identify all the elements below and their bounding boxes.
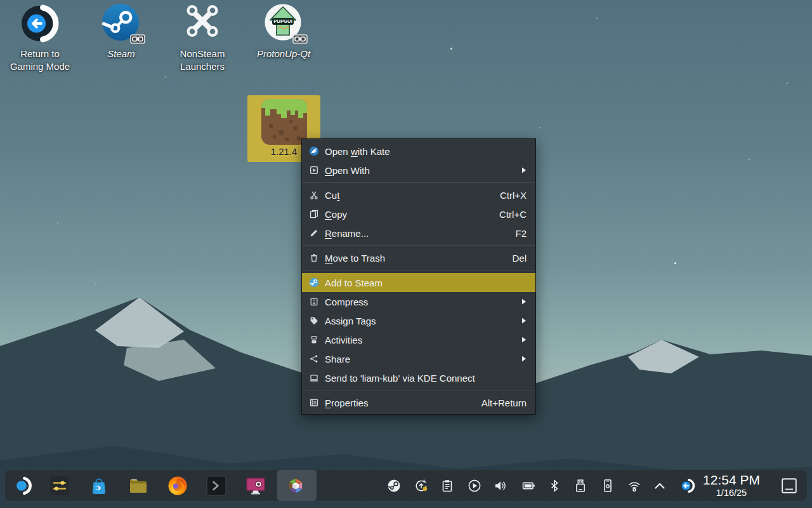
- menu-item-properties[interactable]: PropertiesAlt+Return: [302, 393, 535, 412]
- menu-item-label: Copy: [325, 209, 490, 220]
- desktop-icon-label: ProtonUp-Qt: [257, 48, 310, 60]
- menu-item-open-with[interactable]: Open With: [302, 161, 535, 180]
- battery-tray-icon[interactable]: [521, 479, 535, 493]
- menu-item-label: Send to 'liam-kub' via KDE Connect: [325, 373, 527, 384]
- menu-item-label: Assign Tags: [325, 316, 515, 326]
- submenu-arrow-icon: [521, 167, 527, 173]
- star-dot: [749, 159, 750, 160]
- desktop-icon-return-to-gaming-mode[interactable]: Return to Gaming Mode: [3, 3, 77, 72]
- taskbar-icon-spectacle[interactable]: [245, 475, 266, 497]
- menu-item-shortcut: Ctrl+X: [500, 190, 527, 201]
- media-tray-icon[interactable]: [468, 479, 481, 493]
- scissors-icon: [309, 190, 319, 200]
- menu-item-label: Open With: [325, 165, 515, 176]
- menu-separator: [302, 387, 535, 393]
- share-icon: [309, 354, 319, 364]
- submenu-arrow-icon: [521, 337, 527, 343]
- activities-icon: [309, 335, 319, 345]
- update-tray-icon[interactable]: [414, 479, 428, 493]
- properties-icon: [309, 398, 319, 408]
- submenu-arrow-icon: [521, 298, 527, 305]
- star-dot: [539, 127, 540, 128]
- gaming-tray-icon[interactable]: [679, 477, 697, 495]
- usb-tray-icon[interactable]: [573, 479, 587, 493]
- menu-item-send-to-liam-kub-via-kde-connect[interactable]: Send to 'liam-kub' via KDE Connect: [302, 368, 535, 387]
- menu-item-label: Activities: [325, 335, 515, 345]
- kate-icon: [309, 146, 319, 156]
- gaming-mode-icon: [20, 3, 60, 43]
- menu-item-share[interactable]: Share: [302, 349, 535, 368]
- menu-item-label: Add to Steam: [325, 277, 527, 288]
- submenu-arrow-icon: [521, 356, 527, 362]
- menu-item-shortcut: Alt+Return: [481, 398, 527, 408]
- drone-icon: [182, 3, 223, 43]
- chevron-up-icon[interactable]: [653, 479, 667, 493]
- menu-item-shortcut: F2: [515, 228, 527, 239]
- desktop-icon-protonup-qt[interactable]: PUPGUIProtonUp-Qt: [246, 3, 321, 60]
- desktop-icon-label: Return to Gaming Mode: [3, 48, 77, 72]
- star-dot: [95, 283, 96, 284]
- menu-item-activities[interactable]: Activities: [302, 330, 535, 349]
- taskbar-icon-system-settings[interactable]: [49, 475, 70, 497]
- copy-icon: [309, 209, 319, 219]
- menu-item-label: Rename...: [325, 228, 506, 239]
- menu-separator: [302, 243, 535, 248]
- taskbar-icon-firefox[interactable]: [167, 475, 188, 497]
- desktop-icon-steam[interactable]: Steam: [84, 3, 159, 60]
- clipboard-tray-icon[interactable]: [440, 479, 454, 493]
- menu-item-label: Cut: [325, 190, 491, 201]
- context-menu: Open with KateOpen WithCutCtrl+XCopyCtrl…: [301, 138, 536, 415]
- menu-item-assign-tags[interactable]: Assign Tags: [302, 311, 535, 330]
- menu-item-open-with-kate[interactable]: Open with Kate: [302, 142, 535, 161]
- steam-tray-icon[interactable]: [387, 479, 401, 493]
- menu-item-rename[interactable]: Rename...F2: [302, 224, 535, 243]
- menu-item-label: Compress: [325, 297, 515, 307]
- clock[interactable]: 12:54 PM 1/16/25: [700, 472, 763, 498]
- clock-date: 1/16/25: [700, 488, 763, 498]
- menu-item-cut[interactable]: CutCtrl+X: [302, 185, 535, 204]
- menu-item-label: Open with Kate: [325, 146, 527, 157]
- volume-tray-icon[interactable]: [494, 479, 508, 493]
- menu-item-label: Move to Trash: [325, 253, 503, 264]
- menu-item-move-to-trash[interactable]: Move to TrashDel: [302, 248, 535, 267]
- desktop-icon-nonsteam-launchers[interactable]: NonSteam Launchers: [165, 3, 240, 72]
- taskbar-icon-application-launcher[interactable]: [13, 475, 35, 497]
- trash-icon: [309, 253, 319, 263]
- taskbar-icon-discover[interactable]: [88, 475, 110, 497]
- menu-item-shortcut: Ctrl+C: [499, 209, 527, 220]
- show-desktop-icon[interactable]: [781, 478, 797, 494]
- star-dot: [787, 83, 788, 84]
- taskbar-icon-dolphin[interactable]: [128, 475, 149, 497]
- taskbar-icon-konsole[interactable]: [206, 475, 227, 497]
- menu-item-compress[interactable]: Compress: [302, 292, 535, 311]
- submenu-arrow-icon: [521, 318, 527, 324]
- desktop-icon-label: Steam: [107, 48, 134, 60]
- tag-icon: [309, 316, 319, 326]
- menu-item-label: Share: [325, 354, 515, 364]
- menu-separator: [302, 180, 535, 185]
- star-dot: [57, 222, 58, 224]
- clock-time: 12:54 PM: [700, 472, 763, 488]
- compress-icon: [309, 297, 319, 307]
- steam-app-icon: [101, 3, 141, 43]
- star-dot: [596, 18, 598, 19]
- menu-item-shortcut: Del: [512, 253, 527, 264]
- open-with-icon: [309, 165, 319, 175]
- link-emblem-icon: [130, 34, 145, 44]
- svg-text:PUPGUI: PUPGUI: [273, 18, 292, 24]
- menu-item-copy[interactable]: CopyCtrl+C: [302, 204, 535, 224]
- protonup-icon: PUPGUI: [263, 3, 304, 43]
- desktop-icon-label: NonSteam Launchers: [165, 48, 240, 72]
- menu-separator: [302, 267, 535, 273]
- phone-tray-icon[interactable]: [601, 479, 615, 493]
- menu-item-add-to-steam[interactable]: Add to Steam: [302, 273, 535, 292]
- bluetooth-tray-icon[interactable]: [547, 479, 561, 493]
- menu-item-label: Properties: [325, 398, 473, 408]
- star-dot: [165, 76, 166, 77]
- star-dot: [674, 262, 676, 264]
- wifi-tray-icon[interactable]: [627, 479, 641, 493]
- taskbar-icon-prism-launcher[interactable]: [285, 475, 306, 497]
- selected-file-label: 1.21.4: [271, 146, 298, 157]
- rename-icon: [309, 228, 319, 238]
- taskbar-panel: 12:54 PM 1/16/25: [5, 470, 807, 501]
